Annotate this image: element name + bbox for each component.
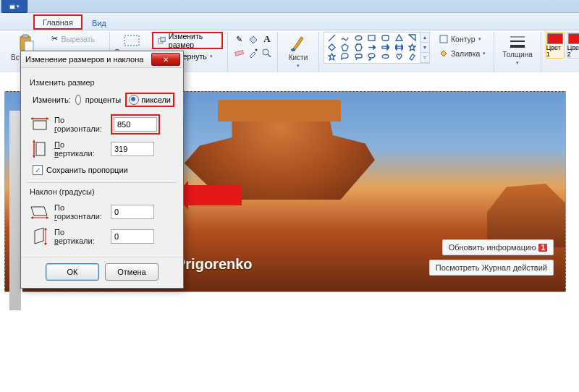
fill-icon (439, 49, 448, 58)
vert-input[interactable] (111, 142, 154, 156)
magnifier-tool[interactable] (260, 46, 274, 60)
skew-vert-input[interactable] (111, 229, 154, 244)
group-colors: Цвет 1 Цвет 2 (541, 32, 579, 74)
outline-icon (439, 35, 448, 43)
svg-marker-21 (355, 44, 362, 51)
horiz-input[interactable] (114, 117, 157, 132)
color2-swatch (568, 33, 579, 44)
svg-point-12 (291, 48, 295, 51)
picker-tool[interactable] (246, 46, 261, 60)
svg-marker-53 (44, 228, 47, 230)
tab-view[interactable]: Вид (83, 15, 116, 30)
svg-marker-49 (31, 216, 33, 219)
by-label: Изменить: (33, 95, 71, 104)
fill-tool[interactable] (246, 32, 261, 46)
svg-rect-35 (440, 35, 447, 43)
shape-fill-button[interactable]: Заливка▾ (436, 46, 489, 60)
cut-button[interactable]: ✂Вырезать (48, 32, 105, 46)
text-tool[interactable]: A (260, 32, 274, 46)
skew-vert-icon (30, 226, 50, 247)
svg-marker-41 (31, 117, 33, 120)
dialog-close-button[interactable]: ✕ (151, 53, 180, 66)
horiz-icon (30, 114, 50, 135)
window-title-bar: ▾ (0, 0, 579, 13)
color1-swatch (547, 33, 563, 44)
svg-marker-50 (46, 216, 48, 219)
dropdown-icon: ▾ (210, 54, 213, 59)
svg-rect-5 (124, 35, 139, 46)
dropdown-icon: ▾ (17, 4, 20, 9)
radio-pixels[interactable] (129, 95, 139, 105)
resize-section-title: Изменить размер (30, 78, 174, 87)
resize-button[interactable]: Изменить размер (153, 33, 221, 48)
skew-section-title: Наклон (градусы) (30, 187, 174, 196)
scissors-icon: ✂ (51, 34, 58, 43)
radio-percent[interactable] (75, 95, 81, 105)
svg-rect-39 (33, 121, 46, 129)
skew-vert-label: По вертикали: (54, 228, 106, 245)
svg-marker-28 (402, 45, 403, 50)
resize-skew-dialog: Изменение размеров и наклона ✕ Изменить … (20, 51, 184, 289)
annotation-arrow (188, 185, 242, 205)
svg-rect-1 (10, 4, 14, 5)
radio-pixels-label: пиксели (141, 95, 171, 104)
svg-point-33 (368, 54, 375, 58)
eraser-tool[interactable] (232, 46, 247, 60)
horiz-input-highlight (111, 114, 160, 135)
skew-horiz-input[interactable] (111, 205, 154, 219)
tab-home[interactable]: Главная (33, 14, 83, 30)
svg-line-13 (329, 35, 335, 41)
svg-point-10 (263, 49, 269, 55)
group-tools: ✎ A Инструменты (228, 32, 278, 74)
activity-log-button[interactable]: Посмотреть Журнал действий (429, 260, 554, 276)
svg-marker-27 (395, 45, 397, 50)
svg-rect-24 (382, 46, 387, 48)
resize-icon (158, 35, 166, 46)
cover-name: Prigorenko (176, 256, 253, 273)
size-button[interactable]: Толщина ▾ (499, 32, 536, 68)
pencil-tool[interactable]: ✎ (232, 32, 247, 46)
update-info-button[interactable]: Обновить информацию1 (442, 239, 554, 255)
dropdown-icon: ▾ (516, 60, 519, 66)
svg-rect-3 (22, 35, 28, 38)
dropdown-icon: ▾ (297, 63, 300, 69)
radio-percent-label: проценты (85, 95, 122, 104)
group-size: Толщина ▾ (494, 32, 541, 74)
svg-rect-31 (355, 54, 362, 58)
svg-marker-23 (373, 46, 376, 49)
color1-button[interactable]: Цвет 1 (546, 32, 565, 59)
resize-highlight: Изменить размер (152, 32, 223, 49)
svg-marker-45 (33, 140, 35, 142)
keep-aspect-label: Сохранить пропорции (46, 166, 128, 174)
svg-marker-42 (46, 117, 48, 120)
svg-marker-30 (329, 54, 335, 60)
keep-aspect-checkbox[interactable]: ✓ (33, 165, 43, 175)
group-brushes: Кисти ▾ (278, 32, 319, 74)
svg-rect-16 (382, 35, 389, 41)
dialog-title: Изменение размеров и наклона (25, 55, 143, 64)
svg-rect-26 (397, 46, 402, 48)
skew-horiz-icon (30, 202, 50, 222)
vert-icon (30, 139, 50, 159)
svg-point-14 (355, 36, 362, 41)
color2-button[interactable]: Цвет 2 (567, 32, 579, 59)
shapes-gallery[interactable] (324, 32, 420, 64)
size-icon (509, 34, 526, 50)
cancel-button[interactable]: Отмена (105, 263, 159, 281)
ok-button[interactable]: ОК (46, 263, 99, 281)
svg-line-11 (268, 54, 271, 57)
vert-label: По вертикали: (54, 140, 106, 158)
ribbon-tabs: Главная Вид (0, 13, 579, 30)
svg-marker-25 (387, 45, 389, 50)
shapes-scroll[interactable]: ▴▾▿ (420, 32, 430, 64)
brushes-button[interactable]: Кисти ▾ (282, 32, 314, 71)
radio-pixels-highlight: пиксели (125, 93, 174, 107)
app-menu-button[interactable]: ▾ (1, 0, 28, 13)
shape-outline-button[interactable]: Контур▾ (436, 32, 489, 46)
svg-marker-47 (31, 207, 47, 216)
dialog-title-bar[interactable]: Изменение размеров и наклона ✕ (21, 51, 183, 68)
svg-marker-29 (409, 44, 415, 51)
svg-marker-18 (409, 35, 415, 41)
svg-marker-20 (342, 44, 348, 51)
svg-point-9 (255, 48, 258, 51)
